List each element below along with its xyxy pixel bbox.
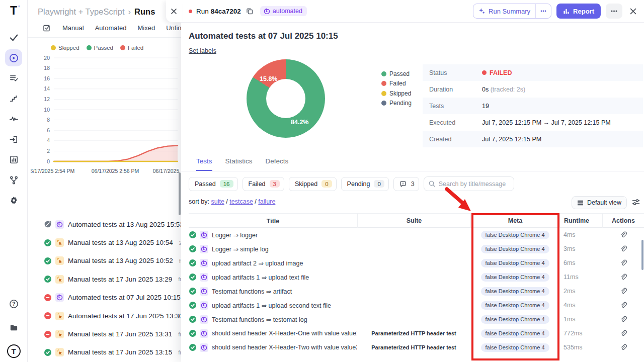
run-summary-button[interactable]: Run Summary — [473, 4, 551, 19]
column-header-suite[interactable]: Suite — [357, 214, 470, 228]
test-row[interactable]: upload artifacts 1 ⇒ upload second text … — [189, 298, 644, 312]
test-row[interactable]: upload artifacts 1 ⇒ upload text filefal… — [189, 270, 644, 284]
meta-tag[interactable]: false Desktop Chrome 4 — [481, 231, 549, 239]
test-actions[interactable] — [602, 245, 644, 252]
filter-chip-passed[interactable]: Passed16 — [189, 177, 238, 191]
runs-tab-automated[interactable]: Automated — [95, 24, 127, 32]
milestones-stairs-icon[interactable] — [5, 90, 22, 107]
default-view-button[interactable]: Default view — [572, 196, 627, 209]
meta-tag[interactable]: false Desktop Chrome 4 — [481, 315, 549, 324]
test-row[interactable]: Testomat functions ⇒ artifactfalse Deskt… — [189, 284, 644, 298]
copy-run-id-button[interactable] — [246, 8, 253, 15]
meta-tag[interactable]: false Desktop Chrome 4 — [481, 287, 549, 296]
test-actions[interactable] — [602, 316, 644, 323]
run-list-item[interactable]: Automated tests at 17 Jun 2025 13:30 — [28, 307, 181, 325]
settings-gear-icon[interactable] — [5, 192, 22, 209]
runs-tab-unfinished[interactable]: Unfinished — [166, 24, 181, 32]
run-info-table: StatusFAILEDDuration0s (tracked: 2s)Test… — [423, 64, 643, 147]
column-header-meta[interactable]: Meta — [470, 214, 559, 228]
account-avatar[interactable]: T' — [7, 344, 21, 358]
runs-tab-mixed[interactable]: Mixed — [138, 24, 155, 32]
panel-close-button[interactable] — [166, 0, 182, 22]
run-item-title: Automated tests at 17 Jun 2025 13:30 — [68, 312, 181, 320]
detail-panel-scrollbar[interactable] — [641, 240, 643, 270]
meta-tag[interactable]: false Desktop Chrome 4 — [481, 245, 549, 253]
legend-dot — [381, 71, 386, 76]
run-list-item[interactable]: Automated tests at 07 Jul 2025 10:15 — [28, 289, 181, 307]
view-settings-icon[interactable] — [632, 198, 640, 208]
run-list-item[interactable]: Manual tests at 13 Aug 2025 10:542 — [28, 233, 181, 251]
test-actions[interactable] — [602, 330, 644, 337]
test-row[interactable]: should send header X-Header-Two with val… — [189, 340, 644, 354]
tests-check-icon[interactable] — [5, 29, 22, 46]
analytics-icon[interactable] — [5, 151, 22, 168]
runs-play-icon[interactable] — [5, 49, 22, 66]
runs-tab-manual[interactable]: Manual — [62, 24, 84, 32]
tab-tests[interactable]: Tests — [196, 155, 212, 171]
attachment-link-icon — [620, 330, 627, 337]
plans-list-icon[interactable] — [5, 70, 22, 87]
test-row[interactable]: Logger ⇒ loggerfalse Desktop Chrome 44ms — [189, 228, 644, 242]
set-labels-link[interactable]: Set labels — [189, 47, 216, 54]
meta-tag[interactable]: false Desktop Chrome 4 — [481, 273, 549, 282]
meta-tag[interactable]: false Desktop Chrome 4 — [481, 301, 549, 310]
sort-link-testcase[interactable]: testcase — [229, 198, 253, 205]
import-icon[interactable] — [5, 131, 22, 148]
svg-text:12: 12 — [44, 96, 50, 102]
run-list-item[interactable]: Manual tests at 17 Jun 2025 13:29from — [28, 270, 181, 288]
more-actions-button[interactable] — [606, 4, 622, 19]
legend-item-skipped: Skipped — [51, 45, 79, 51]
test-search[interactable] — [424, 176, 514, 191]
column-header-title[interactable]: Title — [189, 218, 357, 225]
svg-text:06/17/2025 2:54 PM: 06/17/2025 2:54 PM — [31, 168, 74, 174]
attachment-link-icon — [620, 259, 627, 266]
test-row[interactable]: upload artifact 2 ⇒ upload imagefalse De… — [189, 256, 644, 270]
tab-defects[interactable]: Defects — [266, 155, 289, 171]
sort-link-failure[interactable]: failure — [258, 198, 275, 205]
donut-legend-item-pending: Pending — [381, 99, 412, 109]
run-list-item[interactable]: Manual tests at 13 Aug 2025 10:52from — [28, 252, 181, 270]
test-actions[interactable] — [602, 344, 644, 351]
branch-icon[interactable] — [5, 171, 22, 189]
test-actions[interactable] — [602, 259, 644, 266]
test-row[interactable]: Testomat functions ⇒ testomat logfalse D… — [189, 312, 644, 326]
tab-statistics[interactable]: Statistics — [225, 155, 253, 171]
automated-badge[interactable]: automated — [260, 6, 307, 16]
test-title: should send header X-Header-One with val… — [212, 330, 357, 337]
automated-run-icon — [200, 245, 208, 253]
column-header-runtime[interactable]: Runtime — [559, 214, 602, 228]
app-logo[interactable]: T' — [10, 4, 17, 18]
meta-tag[interactable]: false Desktop Chrome 4 — [481, 329, 549, 338]
run-list-item[interactable]: Automated tests at 13 Aug 2025 15:53 — [28, 215, 181, 233]
run-list-item[interactable]: Manual tests at 17 Jun 2025 13:31from — [28, 325, 181, 343]
filter-chip-pending[interactable]: Pending0 — [341, 177, 389, 191]
test-row[interactable]: Logger ⇒ simple logfalse Desktop Chrome … — [189, 242, 644, 256]
manual-run-icon — [55, 330, 64, 338]
run-summary-more-button[interactable] — [535, 4, 551, 18]
select-runs-icon[interactable] — [43, 24, 51, 32]
table-view-icon — [577, 200, 584, 206]
test-actions[interactable] — [602, 231, 644, 238]
meta-tag[interactable]: false Desktop Chrome 4 — [481, 259, 549, 267]
runs-panel-scrollbar[interactable] — [179, 172, 181, 215]
test-actions[interactable] — [602, 302, 644, 309]
test-row[interactable]: should send header X-Header-One with val… — [189, 326, 644, 340]
help-icon[interactable]: ? — [5, 296, 22, 313]
report-button[interactable]: Report — [556, 4, 601, 19]
pulse-icon[interactable] — [5, 111, 22, 128]
test-actions[interactable] — [602, 274, 644, 281]
breadcrumb-project[interactable]: Playwright + TypeScript — [38, 7, 125, 16]
meta-tag[interactable]: false Desktop Chrome 4 — [481, 343, 549, 352]
library-folder-icon[interactable] — [5, 319, 22, 336]
filter-chip-failed[interactable]: Failed3 — [243, 177, 284, 191]
ellipsis-icon — [540, 10, 546, 12]
search-input[interactable] — [439, 180, 509, 188]
test-actions[interactable] — [602, 288, 644, 295]
automated-run-icon — [55, 220, 64, 229]
sort-link-suite[interactable]: suite — [211, 198, 224, 205]
run-list-item[interactable]: Manual tests at 17 Jun 2025 13:15from — [28, 343, 181, 361]
filter-chip-skipped[interactable]: Skipped0 — [289, 177, 337, 191]
close-run-detail-button[interactable] — [629, 8, 637, 15]
comments-filter-chip[interactable]: 3 — [393, 177, 419, 191]
column-header-actions[interactable]: Actions — [602, 214, 644, 228]
